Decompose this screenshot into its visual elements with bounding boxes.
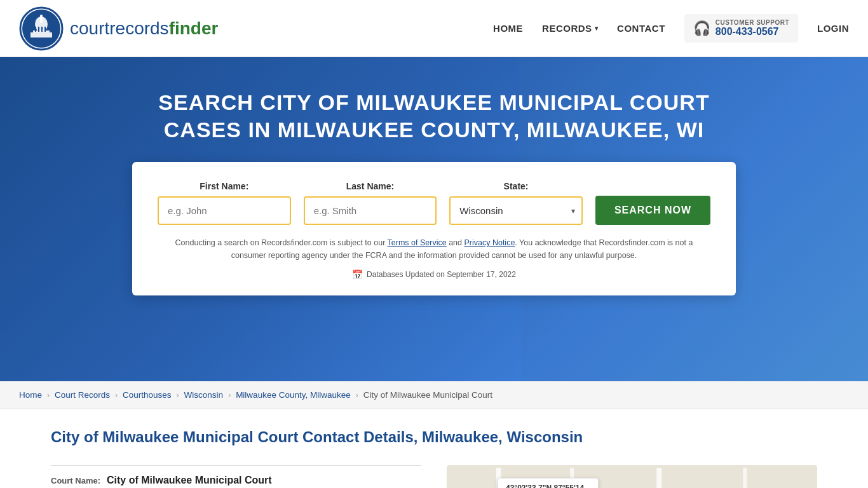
breadcrumb-wisconsin[interactable]: Wisconsin [184,390,224,400]
first-name-label: First Name: [158,181,291,191]
chevron-down-icon: ▾ [595,25,599,32]
search-button[interactable]: SEARCH NOW [595,196,710,225]
breadcrumb-sep-4: › [228,391,231,400]
svg-rect-4 [31,32,52,37]
state-label: State: [449,181,583,191]
privacy-link[interactable]: Privacy Notice [464,238,515,247]
breadcrumb-bar: Home › Court Records › Courthouses › Wis… [0,381,868,409]
support-phone[interactable]: 800-433-0567 [715,26,789,37]
court-name-label: Court Name: [51,476,100,485]
support-area: 🎧 CUSTOMER SUPPORT 800-433-0567 [684,14,798,43]
nav-contact[interactable]: CONTACT [617,23,665,34]
svg-rect-18 [656,468,661,488]
breadcrumb-courthouses[interactable]: Courthouses [123,390,172,400]
support-label: CUSTOMER SUPPORT [715,19,789,26]
state-select-wrapper: AlabamaAlaskaArizonaArkansasCaliforniaCo… [449,196,583,225]
state-group: State: AlabamaAlaskaArizonaArkansasCalif… [449,181,583,225]
last-name-input[interactable] [304,196,437,225]
main-content: City of Milwaukee Municipal Court Contac… [0,409,868,488]
page-header: courtrecordsfinder HOME RECORDS ▾ CONTAC… [0,0,868,57]
main-nav: HOME RECORDS ▾ CONTACT 🎧 CUSTOMER SUPPOR… [493,14,849,43]
court-name-row: Court Name: City of Milwaukee Municipal … [51,466,421,488]
breadcrumb-county[interactable]: Milwaukee County, Milwaukee [236,390,351,400]
content-grid: Court Name: City of Milwaukee Municipal … [51,465,817,488]
svg-rect-19 [743,468,747,488]
logo[interactable]: courtrecordsfinder [19,6,218,51]
svg-rect-8 [44,27,46,32]
search-form-row: First Name: Last Name: State: AlabamaAla… [158,181,710,225]
hero-title: SEARCH CITY OF MILWAUKEE MUNICIPAL COURT… [148,89,720,143]
details-section: Court Name: City of Milwaukee Municipal … [51,465,421,488]
breadcrumb-sep-2: › [115,391,118,400]
disclaimer-text: Conducting a search on Recordsfinder.com… [158,236,710,262]
svg-point-10 [40,15,43,17]
login-button[interactable]: LOGIN [817,23,849,34]
breadcrumb-home[interactable]: Home [19,390,42,400]
breadcrumb: Home › Court Records › Courthouses › Wis… [19,390,849,400]
hero-section: SEARCH CITY OF MILWAUKEE MUNICIPAL COURT… [0,57,868,381]
map-tooltip: 43°02'33.7"N 87°55'14... View larger map [498,478,599,488]
logo-text: courtrecordsfinder [70,18,218,39]
breadcrumb-sep-5: › [356,391,358,400]
map-coords: 43°02'33.7"N 87°55'14... [506,484,590,488]
svg-rect-6 [38,27,39,32]
court-name-value: City of Milwaukee Municipal Court [107,475,272,486]
svg-rect-7 [41,27,43,32]
breadcrumb-current: City of Milwaukee Municipal Court [363,390,492,400]
support-info: CUSTOMER SUPPORT 800-433-0567 [715,19,789,37]
db-update-text: Databases Updated on September 17, 2022 [367,270,516,279]
breadcrumb-sep-3: › [177,391,179,400]
logo-icon [19,6,64,51]
map-area: Milwaukee Area Technical College N 6th S… [447,465,817,488]
breadcrumb-court-records[interactable]: Court Records [55,390,110,400]
svg-rect-5 [35,27,36,32]
calendar-icon: 📅 [352,269,363,280]
last-name-label: Last Name: [304,181,437,191]
nav-records[interactable]: RECORDS ▾ [542,23,598,34]
terms-link[interactable]: Terms of Service [388,238,447,247]
section-title: City of Milwaukee Municipal Court Contac… [51,428,817,446]
first-name-group: First Name: [158,181,291,225]
last-name-group: Last Name: [304,181,437,225]
search-card: First Name: Last Name: State: AlabamaAla… [132,162,736,295]
db-update: 📅 Databases Updated on September 17, 202… [158,269,710,280]
headphone-icon: 🎧 [693,20,710,37]
nav-home[interactable]: HOME [493,23,523,34]
state-select[interactable]: AlabamaAlaskaArizonaArkansasCaliforniaCo… [449,196,583,225]
first-name-input[interactable] [158,196,291,225]
svg-rect-9 [40,17,43,23]
breadcrumb-sep-1: › [47,391,50,400]
